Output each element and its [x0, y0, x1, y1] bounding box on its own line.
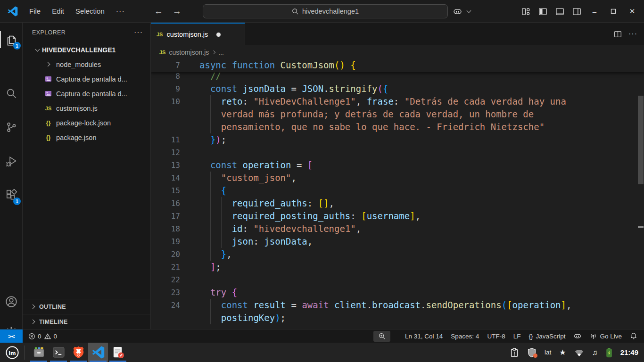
nav-back-icon[interactable]: ←: [149, 6, 168, 16]
menu-selection[interactable]: Selection: [70, 0, 110, 23]
taskbar-text-editor-button[interactable]: [108, 343, 128, 362]
code-line[interactable]: pensamiento, que no sabe lo que hace. - …: [151, 121, 644, 133]
file-label: package-lock.json: [56, 119, 111, 127]
indent-guide: [221, 210, 222, 222]
code-line[interactable]: 7async function CustomJsom() {: [151, 59, 644, 72]
media-player-tray-icon[interactable]: ♫: [592, 348, 598, 357]
line-number: 23: [151, 286, 180, 299]
breadcrumb[interactable]: JS customjson.js ...: [151, 45, 644, 59]
keyboard-layout-indicator[interactable]: lat: [545, 349, 551, 356]
taskbar-vscode-button[interactable]: [88, 343, 108, 362]
code-line[interactable]: postingKey);: [151, 312, 644, 324]
explorer-item[interactable]: {}package.json: [23, 130, 150, 145]
explorer-item[interactable]: node_modules: [23, 57, 150, 72]
modified-dot-icon[interactable]: [216, 33, 221, 37]
explorer-badge: 1: [13, 42, 21, 49]
code-text: try {: [180, 286, 237, 299]
copilot-chevron-icon[interactable]: [467, 8, 471, 13]
code-line[interactable]: 13 const operation = [: [151, 159, 644, 172]
code-line[interactable]: 22: [151, 273, 644, 286]
vscode-icon: [92, 346, 105, 359]
activity-source-control-button[interactable]: [0, 117, 23, 138]
tab-customjson[interactable]: JS customjson.js: [151, 23, 245, 45]
code-text: required_posting_auths: [username],: [180, 210, 421, 222]
indent-guide: [210, 312, 211, 324]
toggle-secondary-sidebar-icon[interactable]: [570, 4, 584, 18]
menu-edit[interactable]: Edit: [46, 0, 70, 23]
remote-indicator[interactable]: ><: [0, 329, 23, 343]
wifi-tray-icon[interactable]: [574, 348, 584, 357]
code-line[interactable]: 15 {: [151, 184, 644, 197]
toggle-panel-icon[interactable]: [553, 4, 567, 18]
menu-more[interactable]: ···: [110, 0, 131, 23]
editor-more-button[interactable]: ···: [628, 30, 637, 38]
clipboard-tray-icon[interactable]: [510, 347, 519, 358]
code-line[interactable]: 9 const jsonData = JSON.stringify({: [151, 82, 644, 95]
explorer-item[interactable]: {}package-lock.json: [23, 115, 150, 130]
command-search-box[interactable]: hivedevchallenge1: [203, 4, 448, 18]
clock[interactable]: 21:49: [620, 348, 638, 356]
copilot-status-icon[interactable]: [573, 332, 582, 340]
firewall-tray-icon[interactable]: [527, 347, 537, 358]
code-line[interactable]: 20 },: [151, 248, 644, 261]
go-live-button[interactable]: Go Live: [590, 333, 622, 340]
cursor-position[interactable]: Ln 31, Col 14: [405, 333, 443, 340]
explorer-item[interactable]: Captura de pantalla d...: [23, 72, 150, 86]
explorer-item[interactable]: Captura de pantalla d...: [23, 86, 150, 101]
mint-menu-button[interactable]: lm: [0, 343, 25, 362]
timeline-section-header[interactable]: TIMELINE: [23, 314, 150, 329]
file-label: Captura de pantalla d...: [56, 75, 127, 83]
code-line[interactable]: 19 json: jsonData,: [151, 235, 644, 248]
customize-layout-icon[interactable]: [519, 4, 533, 18]
breadcrumb-file[interactable]: customjson.js: [169, 49, 209, 56]
language-mode[interactable]: {} JavaScript: [528, 333, 565, 340]
activity-extensions-button[interactable]: 1: [0, 185, 23, 206]
json-file-icon: {}: [46, 119, 50, 126]
explorer-root-folder[interactable]: HIVEDEVCHALLENGE1: [23, 42, 150, 57]
code-line[interactable]: 11 });: [151, 133, 644, 146]
toggle-sidebar-icon[interactable]: [536, 4, 550, 18]
favorites-star-icon[interactable]: ★: [559, 348, 566, 357]
code-editor[interactable]: 8 //9 const jsonData = JSON.stringify({1…: [151, 59, 644, 329]
taskbar-file-manager-button[interactable]: [29, 343, 49, 362]
code-line[interactable]: 23 try {: [151, 286, 644, 299]
problems-indicator[interactable]: 0 0: [28, 333, 57, 340]
indentation[interactable]: Spaces: 4: [451, 333, 479, 340]
eol-sequence[interactable]: LF: [513, 333, 521, 340]
editor-scrollbar[interactable]: [637, 59, 644, 329]
copilot-icon[interactable]: [450, 4, 464, 18]
breadcrumb-symbol[interactable]: ...: [218, 49, 224, 56]
taskbar-brave-button[interactable]: [68, 343, 88, 362]
code-line[interactable]: 17 required_posting_auths: [username],: [151, 210, 644, 222]
battery-tray-icon[interactable]: [606, 347, 612, 358]
encoding[interactable]: UTF-8: [487, 333, 505, 340]
code-line[interactable]: 14 "custom_json",: [151, 172, 644, 184]
activity-search-button[interactable]: [0, 83, 23, 104]
window-close-button[interactable]: ✕: [624, 0, 640, 23]
file-label: package.json: [56, 134, 96, 141]
code-line[interactable]: 24 const result = await client.broadcast…: [151, 299, 644, 312]
activity-run-debug-button[interactable]: [0, 151, 23, 172]
explorer-more-button[interactable]: ···: [134, 28, 143, 37]
activity-account-button[interactable]: [0, 291, 23, 312]
code-line[interactable]: 16 required_auths: [],: [151, 197, 644, 210]
outline-section-header[interactable]: OUTLINE: [23, 299, 150, 314]
nav-forward-icon[interactable]: →: [168, 6, 186, 16]
search-icon: [5, 87, 17, 99]
scrollbar-thumb[interactable]: [638, 96, 644, 184]
activity-explorer-button[interactable]: 1: [0, 29, 23, 50]
zoom-indicator-button[interactable]: [373, 331, 390, 342]
sticky-scroll-line[interactable]: 7async function CustomJsom() {: [151, 59, 644, 72]
window-minimize-button[interactable]: –: [586, 0, 603, 23]
code-line[interactable]: 10 reto: "HiveDevChallenge1", frase: "De…: [151, 95, 644, 108]
split-editor-icon[interactable]: [614, 30, 622, 38]
code-line[interactable]: 12: [151, 146, 644, 159]
explorer-item[interactable]: JScustomjson.js: [23, 101, 150, 115]
code-line[interactable]: verdad más profunda; y detrás de cada ve…: [151, 108, 644, 121]
notifications-bell-icon[interactable]: [630, 332, 637, 340]
taskbar-terminal-button[interactable]: [49, 343, 68, 362]
window-maximize-button[interactable]: [605, 0, 621, 23]
menu-file[interactable]: File: [24, 0, 46, 23]
code-line[interactable]: 21 ];: [151, 261, 644, 273]
code-line[interactable]: 18 id: "hivedevchallenge1",: [151, 222, 644, 235]
